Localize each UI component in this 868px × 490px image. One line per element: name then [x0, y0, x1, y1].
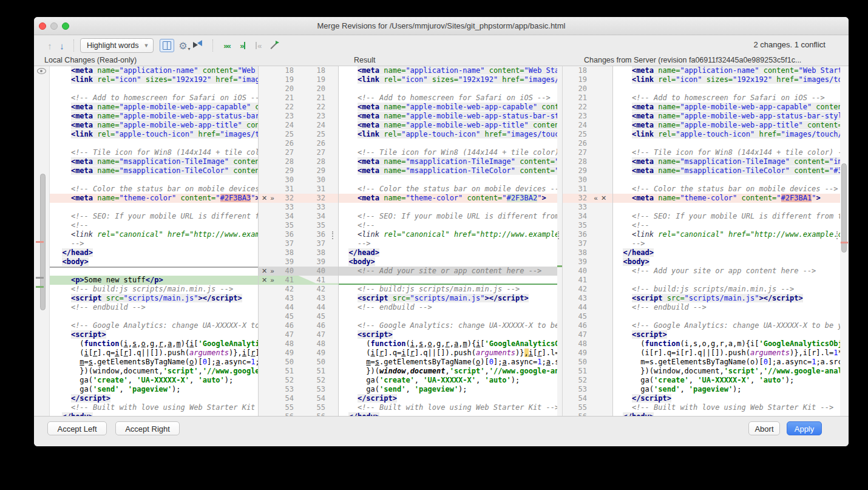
code-line: </body> [50, 412, 258, 417]
title-bar: Merge Revisions for /Users/mmjurov/Sites… [34, 17, 849, 35]
line-number: 35 [278, 221, 294, 230]
gutter-row: 48 [563, 339, 612, 349]
line-number: 20 [310, 84, 325, 94]
resolve-simple-conflicts-button[interactable] [266, 39, 281, 52]
code-line: (function(i,s,o,g,r,a,m){i['GoogleAnalyt… [339, 339, 557, 349]
code-line: <!-- Built with love using Web Starter K… [339, 403, 557, 412]
right-scrollbar-strip[interactable] [840, 66, 849, 417]
line-number: 34 [310, 212, 325, 221]
gutter-row: 4747 [259, 330, 338, 339]
line-number: 46 [310, 321, 325, 330]
left-scrollbar-strip[interactable] [34, 66, 50, 417]
code-line: <!-- Google Analytics: change UA-XXXXX-X… [50, 321, 258, 330]
gutter-row: 20 [563, 84, 612, 94]
line-number: 24 [278, 121, 294, 130]
gutter-row: 1818 [259, 66, 338, 75]
line-number: 33 [278, 203, 294, 212]
code-line: <script> [339, 330, 557, 339]
apply-left-side-icon: » [240, 41, 243, 50]
ignore-change-icon[interactable]: ✕ [260, 267, 268, 276]
code-line: <!-- Add your site or app content here -… [339, 267, 557, 276]
left-editor[interactable]: <meta name="application-name" content="W… [50, 66, 258, 417]
apply-all-non-conflicting-icon: »« [223, 41, 229, 50]
apply-right-non-conflicting-button[interactable]: « [251, 39, 265, 52]
line-number: 39 [310, 257, 325, 267]
gutter-row: 56 [563, 412, 612, 417]
line-number: 28 [310, 157, 325, 166]
compare-options-button[interactable] [191, 39, 206, 52]
right-editor[interactable]: <meta name="application-name" content="W… [613, 66, 840, 417]
line-number: 47 [310, 330, 325, 339]
chevron-down-icon: ▼ [143, 43, 149, 49]
added-stripe-mark[interactable] [36, 286, 44, 288]
accept-left-button[interactable]: Accept Left [47, 421, 107, 435]
previous-change-icon[interactable]: ↑ [44, 41, 56, 51]
gutter-row: 39 [563, 257, 612, 267]
change-stripe-mark[interactable] [36, 277, 44, 279]
code-line: m=s.getElementsByTagName(o)[0];a.async=1… [50, 358, 258, 367]
code-line: (i[r].q=i[r].q||[]).push(arguments)},i[r… [613, 349, 840, 358]
result-editor[interactable]: <meta name="application-name" content="W… [339, 66, 557, 417]
gutter-row: 5252 [259, 376, 338, 385]
line-number: 18 [563, 66, 587, 75]
code-line: <!-- Google Analytics: change UA-XXXXX-X… [613, 321, 840, 330]
side-by-side-viewer-toggle[interactable] [160, 39, 174, 52]
line-number: 19 [310, 75, 325, 84]
line-number: 56 [278, 412, 294, 417]
line-number: 20 [563, 84, 587, 94]
gutter-row: 2323 [259, 112, 338, 121]
code-line: <meta name="msapplication-TileColor" con… [339, 166, 557, 175]
apply-change-icon[interactable]: » [268, 194, 276, 203]
line-number: 43 [278, 294, 294, 303]
code-line: </script> [339, 394, 557, 403]
apply-left-non-conflicting-button[interactable]: » [235, 39, 249, 52]
apply-button[interactable]: Apply [787, 421, 822, 435]
highlight-mode-dropdown[interactable]: Highlight words ▼ [80, 38, 154, 53]
code-line: <body> [613, 257, 840, 267]
ignore-change-icon[interactable]: ✕ [600, 194, 608, 203]
code-line: <meta name="apple-mobile-web-app-capable… [613, 103, 840, 112]
line-number: 33 [310, 203, 325, 212]
line-number: 45 [563, 312, 587, 321]
apply-all-non-conflicting-button[interactable]: »« [219, 39, 234, 52]
merge-editors: <meta name="application-name" content="W… [34, 66, 849, 417]
magic-resolve-icon [268, 41, 279, 50]
abort-button[interactable]: Abort [748, 421, 780, 435]
line-number: 18 [310, 66, 325, 75]
code-line [339, 84, 557, 94]
apply-change-icon[interactable]: « [592, 194, 600, 203]
line-number: 40 [310, 267, 325, 276]
gutter-row: 42 [563, 285, 612, 294]
code-line: <meta name="apple-mobile-web-app-title" … [339, 121, 557, 130]
line-number: 42 [563, 285, 587, 294]
line-number: 19 [563, 75, 587, 84]
line-number: 23 [563, 112, 587, 121]
gutter-row: 37 [563, 239, 612, 248]
code-line: <meta name="application-name" content="W… [339, 66, 557, 75]
gutter-row: 24 [563, 121, 612, 130]
result-pane-header: Result [354, 56, 375, 64]
line-number: 48 [310, 339, 325, 349]
conflict-stripe-mark[interactable] [841, 242, 848, 243]
gutter-row: 33 [563, 203, 612, 212]
code-line [613, 276, 840, 285]
line-number: 21 [563, 94, 587, 103]
line-number: 41 [563, 276, 587, 285]
code-line: <p>Some new stuff</p> [50, 276, 258, 285]
code-line: <link rel="apple-touch-icon" href="image… [339, 130, 557, 139]
gutter-row: 49 [563, 349, 612, 358]
apply-change-icon[interactable]: » [268, 267, 276, 276]
gutter-row: 2525 [259, 130, 338, 139]
accept-right-button[interactable]: Accept Right [115, 421, 180, 435]
settings-button[interactable]: ⚙ ▾ [175, 39, 190, 52]
ignore-change-icon[interactable]: ✕ [260, 276, 268, 285]
ignore-change-icon[interactable]: ✕ [260, 194, 268, 203]
line-number: 47 [278, 330, 294, 339]
gutter-row: 2020 [259, 84, 338, 94]
conflict-stripe-mark[interactable] [36, 241, 44, 243]
right-scrollbar-thumb[interactable] [841, 163, 847, 253]
apply-change-icon[interactable]: » [268, 276, 276, 285]
line-number: 22 [563, 103, 587, 112]
next-change-icon[interactable]: ↓ [56, 41, 68, 51]
line-number: 40 [278, 267, 294, 276]
